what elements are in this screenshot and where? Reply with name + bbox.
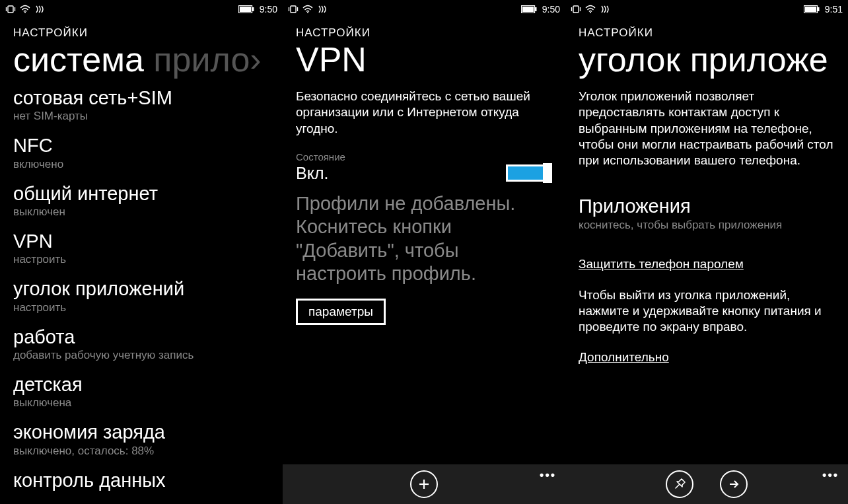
phone-screen-3: 9:51 НАСТРОЙКИ уголок приложе Уголок при… [565, 0, 848, 504]
nfc-icon [600, 5, 609, 14]
nfc-icon [34, 5, 44, 14]
params-button[interactable]: параметры [296, 299, 386, 325]
item-cellular[interactable]: сотовая сеть+SIM нет SIM-карты [13, 87, 269, 123]
appcorner-description: Уголок приложений позволяет предоставлят… [565, 79, 848, 169]
svg-point-10 [307, 12, 308, 13]
item-data[interactable]: контроль данных [13, 470, 269, 491]
apps-sub[interactable]: коснитесь, чтобы выбрать приложения [565, 217, 848, 232]
item-title: контроль данных [13, 470, 269, 491]
arrow-right-icon [727, 478, 740, 491]
item-sub: выключено, осталось: 88% [13, 445, 269, 458]
exit-instructions: Чтобы выйти из уголка приложений, нажмит… [565, 271, 848, 336]
item-vpn[interactable]: VPN настроить [13, 231, 269, 266]
page-title: VPN [283, 40, 565, 79]
status-bar: 9:50 [0, 0, 283, 17]
item-battery[interactable]: экономия заряда выключено, осталось: 88% [13, 421, 269, 457]
settings-label: НАСТРОЙКИ [565, 17, 848, 40]
clock: 9:50 [542, 4, 560, 15]
item-sub: включено [13, 158, 269, 171]
pivot-header[interactable]: система прило› [0, 40, 283, 79]
item-title: работа [13, 326, 269, 348]
pin-icon [673, 478, 686, 491]
settings-list: сотовая сеть+SIM нет SIM-карты NFC включ… [0, 79, 283, 491]
vpn-toggle[interactable] [506, 164, 552, 182]
status-bar: 9:51 [565, 0, 848, 17]
wifi-icon [20, 5, 30, 14]
protect-link[interactable]: Защитить телефон паролем [565, 257, 757, 271]
settings-label: НАСТРОЙКИ [283, 17, 565, 40]
wifi-icon [302, 5, 313, 14]
svg-rect-13 [535, 7, 537, 11]
phone-screen-2: 9:50 НАСТРОЙКИ VPN Безопасно соединяйтес… [283, 0, 565, 504]
item-sub: настроить [13, 301, 269, 314]
svg-rect-16 [573, 6, 579, 13]
item-appcorner[interactable]: уголок приложений настроить [13, 278, 269, 314]
page-title: уголок приложе [565, 40, 848, 79]
svg-point-3 [24, 12, 26, 13]
svg-point-19 [590, 12, 591, 13]
pivot-apps[interactable]: прило› [153, 40, 261, 79]
nfc-icon [317, 5, 326, 14]
svg-rect-6 [252, 7, 254, 11]
pin-button[interactable] [666, 470, 693, 498]
more-link[interactable]: Дополнительно [565, 350, 682, 365]
svg-rect-5 [240, 7, 251, 12]
app-bar: ••• [283, 464, 565, 504]
item-sub: нет SIM-карты [13, 110, 269, 123]
vpn-description: Безопасно соединяйтесь с сетью вашей орг… [283, 79, 565, 137]
item-sub: настроить [13, 253, 269, 266]
clock: 9:50 [260, 4, 277, 15]
item-title: детская [13, 374, 269, 396]
svg-rect-7 [291, 6, 296, 13]
add-button[interactable] [410, 470, 438, 498]
plus-icon [417, 478, 431, 491]
item-title: NFC [13, 135, 269, 157]
more-button[interactable]: ••• [822, 468, 839, 482]
state-label: Состояние [283, 137, 565, 162]
app-bar: ••• [565, 464, 848, 504]
pivot-system[interactable]: система [13, 40, 144, 79]
item-title: экономия заряда [13, 421, 269, 443]
status-bar: 9:50 [283, 0, 565, 17]
item-sub: выключен [13, 205, 269, 219]
item-sub: добавить рабочую учетную запись [13, 349, 269, 362]
battery-icon [238, 5, 254, 13]
svg-rect-12 [522, 7, 534, 12]
battery-icon [521, 5, 537, 13]
go-button[interactable] [720, 470, 748, 498]
item-kids[interactable]: детская выключена [13, 374, 269, 410]
vibrate-icon [288, 5, 299, 14]
apps-heading[interactable]: Приложения [565, 169, 848, 217]
vibrate-icon [5, 5, 16, 14]
item-title: общий интернет [13, 183, 269, 205]
empty-profiles-text: Профили не добавлены. Коснитесь кнопки "… [283, 183, 565, 286]
clock: 9:51 [825, 4, 843, 15]
svg-rect-22 [818, 7, 820, 11]
item-title: VPN [13, 231, 269, 252]
item-work[interactable]: работа добавить рабочую учетную запись [13, 326, 269, 362]
vibrate-icon [571, 5, 581, 14]
item-sub: выключена [13, 396, 269, 410]
settings-label: НАСТРОЙКИ [0, 17, 283, 40]
item-title: уголок приложений [13, 278, 269, 300]
battery-icon [804, 5, 820, 13]
phone-screen-1: 9:50 НАСТРОЙКИ система прило› сотовая се… [0, 0, 283, 504]
item-nfc[interactable]: NFC включено [13, 135, 269, 170]
wifi-icon [585, 5, 596, 14]
state-value: Вкл. [296, 164, 328, 183]
more-button[interactable]: ••• [540, 468, 556, 482]
item-title: сотовая сеть+SIM [13, 87, 269, 109]
svg-rect-0 [8, 6, 13, 13]
item-hotspot[interactable]: общий интернет выключен [13, 183, 269, 219]
svg-rect-21 [805, 7, 816, 12]
